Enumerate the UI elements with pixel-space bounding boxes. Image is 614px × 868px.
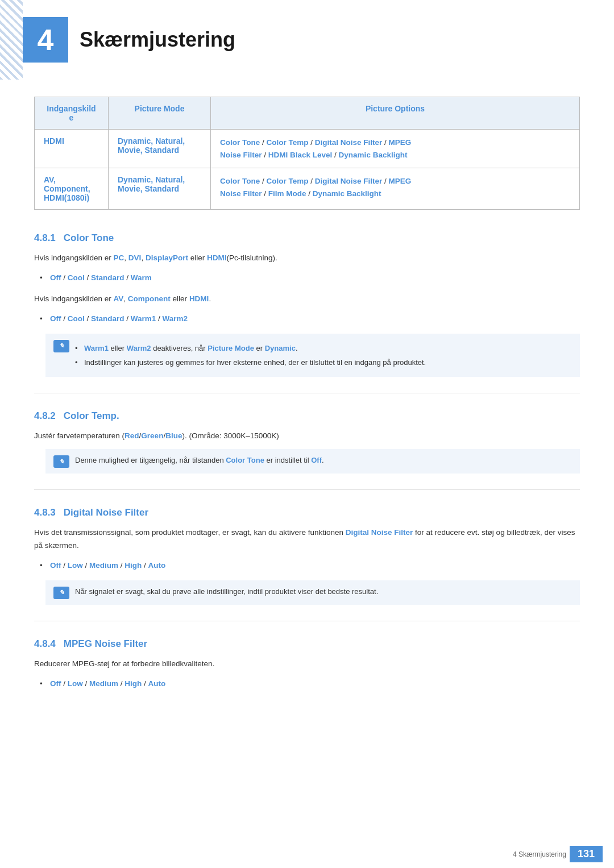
page-title: Skærmjustering — [80, 28, 235, 52]
list-item: Warm1 eller Warm2 deaktiveres, når Pictu… — [75, 343, 572, 355]
list-item: Indstillinger kan justeres og gemmes for… — [75, 357, 572, 369]
list-item: Off / Low / Medium / High / Auto — [40, 678, 580, 691]
section-482-heading: 4.8.2 Color Temp. — [34, 410, 580, 422]
section-481-note: ✎ Warm1 eller Warm2 deaktiveres, når Pic… — [45, 334, 580, 377]
section-481-bullet2: Off / Cool / Standard / Warm1 / Warm2 — [40, 313, 580, 326]
table-cell-source-hdmi: HDMI — [35, 130, 109, 168]
section-483-heading: 4.8.3 Digital Noise Filter — [34, 507, 580, 518]
note-icon: ✎ — [53, 587, 69, 599]
header-decoration — [0, 0, 23, 80]
list-item: Off / Cool / Standard / Warm — [40, 272, 580, 285]
note-icon: ✎ — [53, 455, 69, 468]
col-header-source: Indgangskilde — [35, 97, 109, 130]
section-483-bullet: Off / Low / Medium / High / Auto — [40, 559, 580, 572]
footer-label: 4 Skærmjustering — [513, 850, 566, 858]
note-content: Denne mulighed er tilgængelig, når tilst… — [75, 455, 572, 467]
section-482-title: Color Temp. — [64, 410, 119, 422]
table-cell-mode-hdmi: Dynamic, Natural,Movie, Standard — [109, 130, 211, 168]
footer-page-number: 131 — [570, 846, 603, 862]
section-482-note: ✎ Denne mulighed er tilgængelig, når til… — [45, 449, 580, 474]
chapter-number: 4 — [23, 17, 68, 63]
col-header-mode: Picture Mode — [109, 97, 211, 130]
note-icon: ✎ — [53, 340, 69, 352]
section-481-bullet1: Off / Cool / Standard / Warm — [40, 272, 580, 285]
table-cell-options-hdmi: Color Tone / Color Temp / Digital Noise … — [211, 130, 580, 168]
section-483-number: 4.8.3 — [34, 507, 56, 518]
section-481-title: Color Tone — [64, 232, 114, 244]
section-divider — [34, 621, 580, 621]
section-divider — [34, 393, 580, 393]
section-481-number: 4.8.1 — [34, 232, 56, 244]
table-header-row: Indgangskilde Picture Mode Picture Optio… — [35, 97, 580, 130]
note-content: Når signalet er svagt, skal du prøve all… — [75, 586, 572, 598]
section-482-para1: Justér farvetemperaturen (Red/Green/Blue… — [34, 430, 580, 443]
table-cell-options-av: Color Tone / Color Temp / Digital Noise … — [211, 168, 580, 210]
table-row: HDMI Dynamic, Natural,Movie, Standard Co… — [35, 130, 580, 168]
section-483-para1: Hvis det transmissionssignal, som produk… — [34, 526, 580, 553]
note-sub-list: Warm1 eller Warm2 deaktiveres, når Pictu… — [75, 343, 572, 369]
section-484-para1: Reducerer MPEG-støj for at forbedre bill… — [34, 658, 580, 671]
page-header: 4 Skærmjustering — [0, 0, 614, 74]
list-item: Off / Cool / Standard / Warm1 / Warm2 — [40, 313, 580, 326]
section-483-title: Digital Noise Filter — [64, 507, 148, 518]
col-header-options: Picture Options — [211, 97, 580, 130]
section-484-heading: 4.8.4 MPEG Noise Filter — [34, 638, 580, 650]
section-484-title: MPEG Noise Filter — [64, 638, 147, 650]
section-divider — [34, 489, 580, 490]
table-row: AV,Component,HDMI(1080i) Dynamic, Natura… — [35, 168, 580, 210]
section-481-para2: Hvis indgangskilden er AV, Component ell… — [34, 293, 580, 306]
page-footer: 4 Skærmjustering 131 — [0, 840, 614, 868]
picture-mode-table: Indgangskilde Picture Mode Picture Optio… — [34, 97, 580, 210]
table-cell-source-av: AV,Component,HDMI(1080i) — [35, 168, 109, 210]
section-483-note: ✎ Når signalet er svagt, skal du prøve a… — [45, 580, 580, 605]
list-item: Off / Low / Medium / High / Auto — [40, 559, 580, 572]
table-cell-mode-av: Dynamic, Natural,Movie, Standard — [109, 168, 211, 210]
section-484-number: 4.8.4 — [34, 638, 56, 650]
section-481-para1: Hvis indgangskilden er PC, DVI, DisplayP… — [34, 252, 580, 265]
note-content: Warm1 eller Warm2 deaktiveres, når Pictu… — [75, 339, 572, 371]
section-484-bullet: Off / Low / Medium / High / Auto — [40, 678, 580, 691]
main-content: Indgangskilde Picture Mode Picture Optio… — [0, 74, 614, 733]
section-482-number: 4.8.2 — [34, 410, 56, 422]
section-481-heading: 4.8.1 Color Tone — [34, 232, 580, 244]
